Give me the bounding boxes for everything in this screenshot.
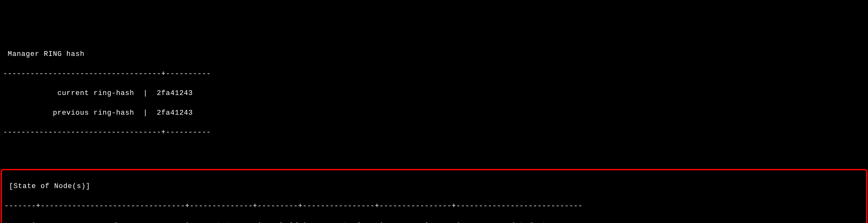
ring-hash-separator-bottom: -----------------------------------+----…: [3, 128, 865, 138]
header-node: node: [41, 222, 181, 223]
header-current-ring: current ring: [307, 222, 375, 223]
current-ring-hash-row: current ring-hash | 2fa41243: [3, 89, 865, 99]
ring-hash-separator-top: -----------------------------------+----…: [3, 69, 865, 79]
header-updated-at: updated at: [461, 222, 583, 223]
header-state: state: [194, 222, 253, 223]
state-of-nodes-box: [State of Node(s)] -------+-------------…: [1, 169, 867, 223]
header-rack-id: rack id: [262, 222, 298, 223]
previous-ring-hash-value: 2fa41243: [157, 109, 193, 117]
previous-ring-hash-row: previous ring-hash | 2fa41243: [3, 108, 865, 118]
terminal-output: Manager RING hash ----------------------…: [0, 39, 868, 148]
table-border-top: -------+--------------------------------…: [4, 201, 864, 211]
current-ring-hash-label: current ring-hash: [3, 89, 134, 97]
header-type: type: [4, 222, 27, 223]
table-header-row: type | node | state | rack id | current …: [4, 221, 864, 223]
current-ring-hash-value: 2fa41243: [157, 89, 193, 97]
header-prev-ring: prev ring: [384, 222, 452, 223]
previous-ring-hash-label: previous ring-hash: [3, 109, 134, 117]
manager-ring-hash-title: Manager RING hash: [3, 49, 865, 60]
state-of-nodes-title: [State of Node(s)]: [4, 182, 864, 192]
